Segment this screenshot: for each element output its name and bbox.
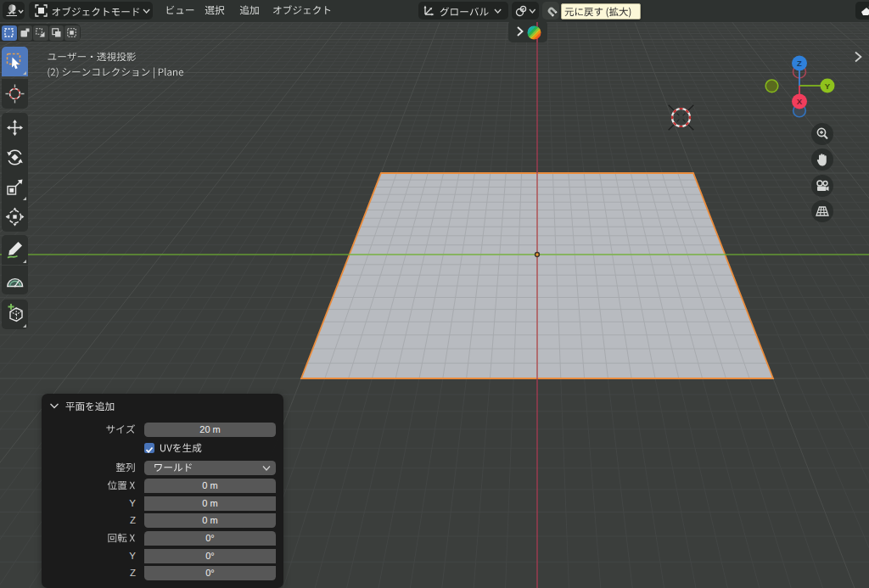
perspective-grid-icon	[815, 204, 830, 219]
nav-pan-button[interactable]	[811, 148, 833, 171]
object-origin-dot	[535, 253, 540, 257]
select-box-tool-icon	[5, 52, 25, 71]
tool-select-box[interactable]	[2, 47, 28, 76]
scale-tool-icon	[5, 177, 25, 197]
menu-object-label: オブジェクト	[272, 5, 334, 17]
rotation-x-label: 回転 X	[107, 533, 137, 545]
size-label: サイズ	[105, 424, 137, 436]
editor-3d-viewport-icon	[3, 2, 25, 20]
location-x-field[interactable]: 0 m	[144, 479, 276, 493]
header-right-button[interactable]	[855, 2, 869, 20]
editor-type-button[interactable]	[3, 2, 25, 20]
operator-panel: 平面を追加 サイズ 20 m UVを生成 整列 ワールド 位置 X 0 m Y …	[42, 394, 283, 588]
rotation-z-field[interactable]: 0°	[144, 566, 276, 580]
panel-collapse-chevron[interactable]	[49, 402, 59, 410]
svg-text:X: X	[797, 97, 803, 106]
svg-text:Z: Z	[797, 59, 802, 68]
gizmo-axis-y[interactable]: Y	[821, 79, 835, 93]
mode-selector-label: オブジェクトモード	[50, 7, 143, 19]
gizmo-axis-neg-y[interactable]	[765, 80, 778, 92]
location-z-field[interactable]: 0 m	[144, 513, 276, 528]
cursor-tool-icon	[5, 84, 25, 104]
align-label: 整列	[115, 462, 137, 474]
location-x-label: 位置 X	[107, 480, 137, 492]
rotation-z-label: Z	[115, 566, 136, 580]
select-set-icon	[4, 28, 14, 37]
nav-projection-button[interactable]	[811, 200, 833, 222]
select-extend-icon	[20, 28, 30, 37]
rotation-y-label: Y	[115, 549, 136, 563]
tool-rotate[interactable]	[2, 143, 28, 172]
checkmark-icon	[144, 445, 154, 455]
object-mode-icon	[35, 4, 48, 17]
tool-move[interactable]	[2, 113, 28, 143]
select-mode-intersect[interactable]	[64, 25, 80, 41]
size-field[interactable]: 20 m	[144, 423, 276, 437]
gizmo-axis-x[interactable]: X	[792, 94, 807, 109]
tool-annotate[interactable]	[2, 235, 28, 265]
tool-add-cube[interactable]	[2, 300, 28, 329]
rotation-y-field[interactable]: 0°	[144, 549, 276, 563]
tool-options-corner	[23, 260, 26, 263]
menu-view-label: ビュー	[165, 5, 197, 17]
rotate-tool-icon	[5, 148, 25, 167]
magnet-icon	[545, 4, 558, 17]
hand-icon	[815, 152, 830, 167]
select-intersect-icon	[67, 28, 76, 37]
tooltip-text: 元に戻す (拡大)	[564, 7, 633, 19]
tool-scale[interactable]	[2, 172, 28, 202]
menu-select-label: 選択	[205, 5, 227, 17]
svg-text:Y: Y	[825, 81, 831, 91]
rotation-x-field[interactable]: 0°	[144, 531, 276, 546]
transform-orientation-dropdown[interactable]: グローバル	[418, 2, 508, 20]
tool-cursor[interactable]	[2, 79, 28, 109]
mode-selector-dropdown[interactable]: オブジェクトモード	[29, 2, 153, 20]
nav-zoom-button[interactable]	[811, 123, 833, 145]
align-value: ワールド	[153, 462, 195, 474]
chevron-down-icon	[494, 8, 502, 14]
chevron-down-icon	[143, 8, 151, 14]
chevron-down-icon	[529, 8, 537, 14]
align-dropdown[interactable]: ワールド	[144, 461, 276, 475]
select-mode-invert[interactable]	[49, 25, 64, 41]
tool-options-corner	[23, 197, 26, 200]
header-bar: オブジェクトモード ビュー 選択 追加 オブジェクト グローバル	[0, 0, 869, 22]
zoom-icon	[815, 126, 830, 142]
select-mode-set[interactable]	[2, 25, 17, 41]
busy-beachball-cursor	[527, 25, 541, 40]
select-mode-box	[0, 24, 81, 42]
tool-measure[interactable]	[2, 266, 28, 295]
add-cube-tool-icon	[5, 304, 25, 323]
measure-tool-icon	[5, 271, 25, 290]
blender-window: Z Y X	[0, 0, 869, 588]
transform-orientation-label: グローバル	[439, 7, 491, 19]
chevron-down-icon	[262, 465, 271, 472]
location-y-field[interactable]: 0 m	[144, 496, 276, 511]
gizmo-axis-z[interactable]: Z	[792, 56, 807, 71]
sidebar-expand-arrow[interactable]	[852, 50, 865, 64]
select-invert-icon	[52, 28, 61, 37]
generate-uv-checkbox[interactable]	[144, 443, 154, 453]
location-y-label: Y	[115, 496, 136, 511]
select-mode-subtract[interactable]	[33, 25, 48, 41]
location-z-label: Z	[115, 513, 136, 528]
annotate-tool-icon	[5, 239, 25, 259]
orientation-axes-icon	[423, 4, 436, 17]
snap-toggle-button[interactable]	[542, 2, 559, 20]
camera-icon	[815, 178, 830, 193]
select-mode-extend[interactable]	[18, 25, 33, 41]
tool-options-corner	[23, 71, 26, 75]
expand-right-icon[interactable]	[515, 25, 525, 37]
overlay-icon	[860, 4, 869, 17]
generate-uv-label: UVを生成	[159, 443, 205, 455]
select-subtract-icon	[36, 28, 45, 37]
pivot-point-dropdown[interactable]	[512, 2, 539, 20]
operator-panel-title: 平面を追加	[64, 401, 117, 413]
move-tool-icon	[5, 118, 25, 137]
tool-transform[interactable]	[2, 202, 28, 232]
tooltip: 元に戻す (拡大)	[561, 3, 641, 20]
menu-add-label: 追加	[239, 5, 261, 17]
transform-tool-icon	[5, 207, 25, 227]
pivot-point-icon	[515, 5, 528, 17]
nav-camera-button[interactable]	[811, 175, 833, 197]
